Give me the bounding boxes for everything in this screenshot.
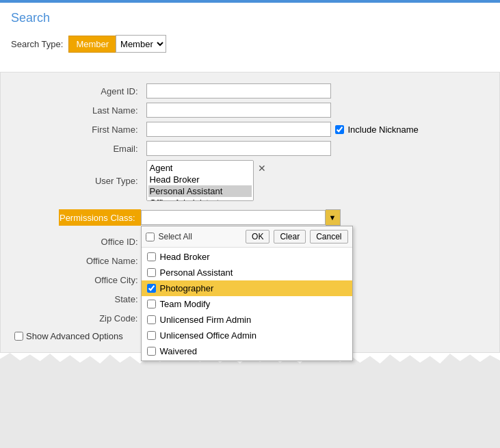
office-id-label: Office ID: xyxy=(59,237,141,247)
agent-id-input[interactable] xyxy=(146,83,331,98)
user-type-clear-button[interactable]: ✕ xyxy=(256,161,267,175)
user-type-option-office-admin[interactable]: Office Administrator xyxy=(148,197,252,201)
list-item[interactable]: Personal Assistant xyxy=(142,265,352,280)
user-type-container: Agent Head Broker Personal Assistant Off… xyxy=(146,160,442,201)
office-name-label: Office Name: xyxy=(59,256,141,266)
perm-team-modify-label: Team Modify xyxy=(160,299,211,309)
permissions-class-input[interactable] xyxy=(141,210,326,225)
perm-unlicensed-office-admin-checkbox[interactable] xyxy=(147,331,156,340)
user-type-label: User Type: xyxy=(59,176,141,186)
permissions-class-label: Permissions Class: xyxy=(59,209,141,226)
member-button[interactable]: Member xyxy=(68,36,116,53)
permissions-dropdown-list: Head Broker Personal Assistant xyxy=(142,248,352,360)
form-grid: Agent ID: Last Name: First Name: Include… xyxy=(59,83,442,326)
first-name-input[interactable] xyxy=(146,122,331,137)
dropdown-toolbar: Select All OK Clear Cancel xyxy=(142,226,352,248)
email-input[interactable] xyxy=(146,141,331,156)
permissions-dropdown-popup: Select All OK Clear Cancel Head Broker xyxy=(141,226,353,361)
zip-code-label: Zip Code: xyxy=(59,313,141,324)
page-title: Search xyxy=(11,11,489,25)
search-form-section: Agent ID: Last Name: First Name: Include… xyxy=(0,72,500,353)
list-item[interactable]: Unlicensed Firm Admin xyxy=(142,312,352,328)
search-type-label: Search Type: xyxy=(11,39,63,49)
search-type-row: Search Type: Member Member Office xyxy=(11,35,489,53)
show-advanced-label: Show Advanced Options xyxy=(26,331,123,341)
user-type-option-head-broker[interactable]: Head Broker xyxy=(148,174,252,185)
office-city-label: Office City: xyxy=(59,275,141,285)
agent-id-label: Agent ID: xyxy=(59,86,141,96)
perm-head-broker-checkbox[interactable] xyxy=(147,252,156,261)
show-advanced-checkbox[interactable] xyxy=(14,332,23,341)
perm-personal-assistant-checkbox[interactable] xyxy=(147,268,156,277)
ok-button[interactable]: OK xyxy=(246,230,269,243)
user-type-option-personal-assistant[interactable]: Personal Assistant xyxy=(148,185,252,197)
include-nickname-checkbox[interactable] xyxy=(335,125,344,134)
user-type-option-agent[interactable]: Agent xyxy=(148,162,252,174)
perm-photographer-label: Photographer xyxy=(160,283,214,293)
perm-waivered-checkbox[interactable] xyxy=(147,347,156,356)
perm-head-broker-label: Head Broker xyxy=(160,252,210,262)
select-all-label: Select All xyxy=(159,232,242,241)
list-item-photographer[interactable]: Photographer xyxy=(142,280,352,296)
last-name-input[interactable] xyxy=(146,103,331,118)
perm-team-modify-checkbox[interactable] xyxy=(147,300,156,308)
cancel-button[interactable]: Cancel xyxy=(310,230,347,243)
dropdown-arrow-icon: ▼ xyxy=(329,213,337,222)
first-name-label: First Name: xyxy=(59,124,141,135)
email-label: Email: xyxy=(59,144,141,154)
list-item[interactable]: Waivered xyxy=(142,343,352,359)
list-item[interactable]: Team Modify xyxy=(142,296,352,312)
clear-button[interactable]: Clear xyxy=(274,230,306,243)
user-type-list[interactable]: Agent Head Broker Personal Assistant Off… xyxy=(146,160,254,201)
permissions-input-area: ▼ Select All OK Clear Cancel xyxy=(141,209,341,226)
perm-unlicensed-office-admin-label: Unlicensed Office Admin xyxy=(160,330,256,341)
member-select-wrapper: Member Member Office xyxy=(68,35,166,53)
perm-personal-assistant-label: Personal Assistant xyxy=(160,267,233,278)
permissions-class-row: Permissions Class: ▼ Select All OK xyxy=(59,209,442,226)
perm-waivered-label: Waivered xyxy=(160,346,197,356)
select-all-checkbox[interactable] xyxy=(146,233,155,241)
list-item[interactable]: Unlicensed Office Admin xyxy=(142,328,352,343)
perm-photographer-checkbox[interactable] xyxy=(147,284,156,293)
search-type-select[interactable]: Member Office xyxy=(116,35,166,53)
list-item[interactable]: Head Broker xyxy=(142,249,352,265)
last-name-label: Last Name: xyxy=(59,105,141,116)
perm-unlicensed-firm-admin-label: Unlicensed Firm Admin xyxy=(160,315,252,325)
perm-unlicensed-firm-admin-checkbox[interactable] xyxy=(147,315,156,324)
state-label: State: xyxy=(59,294,141,304)
permissions-class-dropdown-button[interactable]: ▼ xyxy=(326,209,341,226)
include-nickname-label: Include Nickname xyxy=(348,124,419,135)
